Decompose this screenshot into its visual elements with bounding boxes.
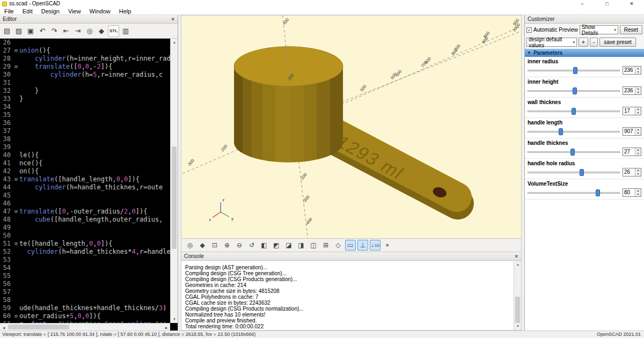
spin-up-icon[interactable]: ▲	[635, 128, 641, 131]
minimize-button[interactable]: –	[570, 0, 595, 8]
code-line-51[interactable]: 51⊟te([handle_length,0,0]){	[0, 240, 170, 248]
scrollbar-thumb[interactable]	[515, 297, 520, 323]
menu-file[interactable]: File	[0, 8, 18, 15]
spin-up-icon[interactable]: ▲	[635, 168, 641, 172]
spin-down-icon[interactable]: ▼	[635, 131, 641, 135]
indent-button[interactable]: ⇥	[72, 25, 83, 37]
code-line-56[interactable]: 56	[0, 280, 170, 288]
code-line-53[interactable]: 53	[0, 256, 170, 264]
editor-vertical-scrollbar[interactable]: ▲ ▼	[170, 39, 178, 323]
menu-window[interactable]: Window	[85, 8, 115, 15]
code-line-38[interactable]: 38	[0, 135, 170, 143]
view-bottom-button[interactable]: ◪	[283, 240, 294, 251]
scroll-down-icon[interactable]: ▼	[514, 322, 522, 330]
3d-viewport[interactable]: -300-200-1005006007008009005006007008009…	[181, 15, 522, 239]
menu-view[interactable]: View	[64, 8, 85, 15]
preset-select[interactable]: design default values ▾	[526, 38, 577, 47]
parameters-group-header[interactable]: ▼ Parameters	[525, 49, 644, 57]
code-line-42[interactable]: 42on(){	[0, 167, 170, 175]
spinbox-value[interactable]: 26	[623, 168, 635, 176]
code-line-60[interactable]: 60⊟outer_radius+5,0,0]){	[0, 312, 170, 320]
code-line-44[interactable]: 44 cylinder(h=handle_thicknes,r=oute	[0, 183, 170, 192]
view-back-button[interactable]: ⊞	[320, 240, 331, 251]
redo-button[interactable]: ↷	[49, 25, 60, 37]
save-preset-button[interactable]: save preset	[599, 38, 636, 47]
spin-up-icon[interactable]: ▲	[635, 107, 641, 111]
scrollbar-thumb[interactable]	[172, 146, 177, 249]
view-right-button[interactable]: ◧	[259, 240, 269, 251]
show-scale-markers-button[interactable]: ⊥10	[370, 240, 380, 251]
param-slider-inner-height[interactable]	[528, 87, 620, 94]
spinbox-value[interactable]: 80	[623, 189, 635, 196]
code-line-52[interactable]: 52 cylinder(h=handle_thicknes*4,r=handle	[0, 248, 170, 256]
slider-handle[interactable]	[572, 108, 576, 115]
spin-down-icon[interactable]: ▼	[635, 91, 641, 94]
editor-horizontal-scrollbar[interactable]: ◀ ▶	[0, 323, 170, 330]
spin-down-icon[interactable]: ▼	[635, 193, 641, 196]
scroll-up-icon[interactable]: ▲	[171, 39, 178, 46]
code-line-58[interactable]: 58	[0, 296, 170, 304]
code-editor[interactable]: 2627⊟union(){28 cylinder(h=inner_height,…	[0, 39, 170, 323]
param-slider-volumetextsize[interactable]	[528, 189, 620, 196]
menu-edit[interactable]: Edit	[18, 8, 37, 15]
code-line-41[interactable]: 41nce(){	[0, 159, 170, 167]
param-slider-wall-thicknes[interactable]	[528, 108, 620, 115]
save-file-button[interactable]: ▣	[25, 25, 36, 37]
menu-help[interactable]: Help	[115, 8, 136, 15]
code-line-37[interactable]: 37	[0, 127, 170, 135]
code-line-29[interactable]: 29⊟ translate([0,0,-2]){	[0, 63, 170, 71]
param-spinbox-handle-hole-radius[interactable]: 26▲▼	[623, 168, 641, 177]
spin-up-icon[interactable]: ▲	[635, 148, 641, 152]
slider-handle[interactable]	[573, 87, 577, 94]
param-slider-handle-hole-radius[interactable]	[528, 169, 620, 176]
param-spinbox-handle-thicknes[interactable]: 27▲▼	[623, 148, 641, 156]
code-line-39[interactable]: 39	[0, 143, 170, 151]
zoom-all-button[interactable]: ⊡	[209, 240, 220, 251]
spin-down-icon[interactable]: ▼	[635, 111, 641, 115]
code-line-31[interactable]: 31	[0, 79, 170, 87]
fold-marker-icon[interactable]: ⊟	[13, 240, 19, 248]
param-spinbox-inner-radius[interactable]: 236▲▼	[623, 66, 641, 75]
code-line-50[interactable]: 50	[0, 232, 170, 240]
open-file-button[interactable]: ▨	[13, 25, 24, 37]
slider-handle[interactable]	[580, 169, 584, 176]
code-line-26[interactable]: 26	[0, 39, 170, 47]
scroll-right-icon[interactable]: ▶	[163, 324, 170, 331]
editor-close-icon[interactable]: ✕	[171, 17, 175, 22]
preview-button[interactable]: ◎	[185, 240, 195, 251]
code-line-49[interactable]: 49	[0, 224, 170, 232]
code-line-30[interactable]: 30 cylinder(h=5,r=inner_radius,c	[0, 71, 170, 79]
code-line-55[interactable]: 55	[0, 272, 170, 280]
spin-down-icon[interactable]: ▼	[635, 152, 641, 156]
spin-down-icon[interactable]: ▼	[635, 172, 641, 176]
code-line-57[interactable]: 57	[0, 288, 170, 296]
code-line-35[interactable]: 35	[0, 111, 170, 119]
view-left-button[interactable]: ◨	[296, 240, 306, 251]
spinbox-value[interactable]: 236	[623, 87, 635, 94]
undo-button[interactable]: ↶	[37, 25, 48, 37]
param-slider-handle-thicknes[interactable]	[528, 149, 620, 156]
slider-handle[interactable]	[573, 67, 577, 74]
spinbox-value[interactable]: 907	[623, 128, 635, 135]
slider-handle[interactable]	[596, 189, 600, 196]
code-line-45[interactable]: 45	[0, 192, 170, 200]
fold-marker-icon[interactable]: ⊟	[13, 47, 19, 55]
fold-marker-icon[interactable]: ⊟	[13, 175, 19, 183]
new-file-button[interactable]: ▤	[2, 25, 12, 37]
add-preset-button[interactable]: +	[579, 38, 588, 47]
param-spinbox-inner-height[interactable]: 236▲▼	[623, 86, 641, 95]
code-line-43[interactable]: 43⊟translate([handle_length,0,0]){	[0, 175, 170, 183]
automatic-preview-checkbox[interactable]: ✓	[526, 27, 532, 33]
code-line-33[interactable]: 33}	[0, 95, 170, 103]
render-button[interactable]: ◆	[197, 240, 208, 251]
zoom-out-button[interactable]: ⊖	[234, 240, 245, 251]
console-log[interactable]: Parsing design (AST generation)...Compil…	[181, 261, 514, 330]
spinbox-value[interactable]: 17	[623, 107, 635, 115]
spin-up-icon[interactable]: ▲	[635, 87, 641, 91]
code-line-36[interactable]: 36	[0, 119, 170, 127]
fold-marker-icon[interactable]: ⊟	[13, 63, 19, 71]
code-line-40[interactable]: 40le(){	[0, 151, 170, 159]
maximize-button[interactable]: □	[595, 0, 619, 8]
code-line-46[interactable]: 46	[0, 200, 170, 208]
spin-down-icon[interactable]: ▼	[635, 70, 641, 74]
